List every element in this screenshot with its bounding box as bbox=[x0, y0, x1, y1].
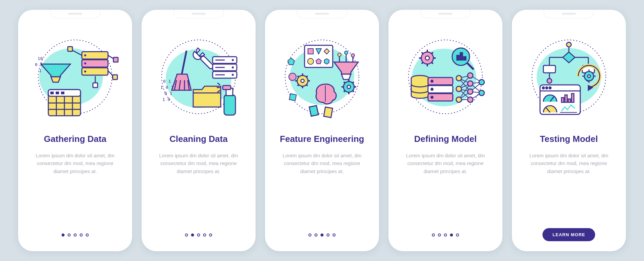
page-dot[interactable] bbox=[444, 233, 447, 237]
svg-point-138 bbox=[456, 86, 462, 92]
svg-rect-153 bbox=[543, 65, 555, 73]
svg-text:1: 1 bbox=[39, 68, 42, 73]
svg-point-73 bbox=[351, 54, 355, 57]
svg-point-145 bbox=[479, 90, 484, 96]
pagination-dots bbox=[62, 233, 89, 237]
page-dot[interactable] bbox=[197, 233, 200, 237]
pagination-dots bbox=[432, 233, 459, 237]
screen-description: Lorem ipsum dm dolor sit amet, dm consec… bbox=[18, 152, 132, 175]
onboarding-screen-defining-model: Defining Model Lorem ipsum dm dolor sit … bbox=[388, 10, 502, 251]
page-dot[interactable] bbox=[327, 233, 330, 237]
onboarding-screen-cleaning-data: 0 1 1 0 1 0 1 1 0 Cleaning Data Lorem ip… bbox=[142, 10, 256, 251]
svg-rect-177 bbox=[572, 94, 574, 102]
svg-text:10: 10 bbox=[38, 56, 43, 61]
page-dot[interactable] bbox=[74, 233, 77, 237]
page-dot[interactable] bbox=[185, 233, 188, 237]
svg-point-62 bbox=[308, 58, 314, 64]
svg-point-118 bbox=[431, 80, 433, 82]
svg-marker-64 bbox=[324, 59, 329, 64]
svg-rect-110 bbox=[457, 55, 459, 60]
svg-point-143 bbox=[468, 97, 473, 102]
svg-point-158 bbox=[547, 79, 552, 83]
svg-point-148 bbox=[567, 42, 571, 47]
svg-point-69 bbox=[338, 53, 341, 56]
phone-notch bbox=[420, 10, 471, 18]
svg-line-90 bbox=[344, 82, 345, 83]
screen-title: Defining Model bbox=[408, 134, 483, 144]
svg-point-171 bbox=[546, 87, 548, 89]
feature-engineering-illustration bbox=[278, 33, 366, 120]
svg-line-92 bbox=[344, 91, 345, 92]
page-dot[interactable] bbox=[432, 233, 435, 237]
svg-point-119 bbox=[431, 88, 433, 90]
svg-line-82 bbox=[298, 85, 299, 86]
defining-model-illustration bbox=[402, 33, 489, 120]
svg-rect-111 bbox=[460, 53, 463, 60]
page-dot[interactable] bbox=[309, 233, 312, 237]
svg-point-5 bbox=[84, 54, 86, 56]
svg-point-7 bbox=[84, 70, 86, 72]
page-dot[interactable] bbox=[191, 233, 194, 237]
svg-rect-67 bbox=[289, 94, 296, 101]
svg-rect-174 bbox=[561, 98, 564, 102]
svg-rect-23 bbox=[61, 92, 64, 94]
svg-point-36 bbox=[232, 66, 234, 68]
svg-rect-50 bbox=[224, 95, 235, 115]
svg-line-81 bbox=[306, 85, 308, 86]
svg-rect-52 bbox=[223, 86, 231, 90]
svg-point-85 bbox=[347, 85, 351, 89]
svg-point-71 bbox=[344, 51, 348, 54]
svg-rect-15 bbox=[93, 83, 98, 88]
svg-point-141 bbox=[468, 81, 473, 86]
svg-line-83 bbox=[306, 76, 308, 77]
screen-title: Testing Model bbox=[534, 134, 604, 144]
svg-point-37 bbox=[232, 74, 234, 76]
svg-text:1 0 1: 1 0 1 bbox=[160, 85, 173, 90]
svg-marker-65 bbox=[288, 58, 294, 65]
page-dot[interactable] bbox=[68, 233, 71, 237]
svg-point-66 bbox=[289, 73, 296, 81]
svg-point-137 bbox=[456, 75, 462, 81]
page-dot[interactable] bbox=[450, 233, 453, 237]
page-dot[interactable] bbox=[80, 233, 83, 237]
page-dot[interactable] bbox=[62, 233, 65, 237]
svg-point-140 bbox=[468, 73, 473, 78]
phone-notch bbox=[50, 10, 100, 18]
svg-rect-112 bbox=[464, 57, 466, 60]
svg-point-6 bbox=[84, 62, 86, 64]
page-dot[interactable] bbox=[86, 233, 89, 237]
svg-rect-21 bbox=[50, 92, 54, 94]
screen-title: Feature Engineering bbox=[274, 134, 370, 144]
screen-title: Cleaning Data bbox=[163, 134, 233, 144]
svg-line-80 bbox=[298, 76, 299, 77]
svg-text:1 0: 1 0 bbox=[162, 97, 170, 102]
svg-rect-22 bbox=[56, 92, 59, 94]
svg-rect-176 bbox=[568, 99, 571, 102]
svg-text:0 1: 0 1 bbox=[164, 91, 172, 96]
gathering-data-illustration: 10 0 1 1 bbox=[32, 33, 119, 120]
screen-title: Gathering Data bbox=[38, 134, 112, 144]
svg-text:0 1: 0 1 bbox=[163, 79, 171, 84]
page-dot[interactable] bbox=[209, 233, 212, 237]
screen-description: Lorem ipsum dm dolor sit amet, dm consec… bbox=[265, 152, 379, 175]
svg-rect-9 bbox=[68, 47, 72, 51]
onboarding-screen-testing-model: Testing Model Lorem ipsum dm dolor sit a… bbox=[512, 10, 626, 251]
testing-model-illustration bbox=[525, 33, 612, 120]
learn-more-button[interactable]: LEARN MORE bbox=[542, 228, 595, 241]
page-dot[interactable] bbox=[456, 233, 459, 237]
svg-point-142 bbox=[468, 89, 473, 94]
svg-line-91 bbox=[353, 91, 354, 92]
svg-rect-11 bbox=[113, 57, 118, 62]
page-dot[interactable] bbox=[203, 233, 206, 237]
page-dot[interactable] bbox=[315, 233, 318, 237]
page-dot[interactable] bbox=[333, 233, 336, 237]
screen-description: Lorem ipsum dm dolor sit amet, dm consec… bbox=[142, 152, 256, 175]
svg-point-163 bbox=[588, 75, 590, 77]
screen-description: Lorem ipsum dm dolor sit amet, dm consec… bbox=[512, 152, 626, 175]
phone-notch bbox=[297, 10, 347, 18]
page-dot[interactable] bbox=[438, 233, 441, 237]
page-dot[interactable] bbox=[321, 233, 324, 237]
onboarding-screen-feature-engineering: Feature Engineering Lorem ipsum dm dolor… bbox=[265, 10, 379, 251]
svg-rect-13 bbox=[113, 75, 117, 80]
svg-rect-175 bbox=[565, 95, 567, 102]
